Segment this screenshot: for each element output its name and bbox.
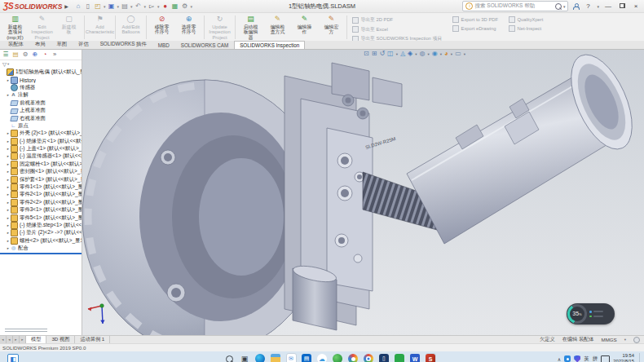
dropdown-caret-icon[interactable]: ▾ — [451, 52, 452, 56]
options-gear-icon[interactable]: ⚙ — [181, 2, 189, 11]
previous-view-icon[interactable]: ↺ — [379, 50, 385, 58]
browser-wheel-icon[interactable] — [348, 353, 359, 362]
filter-caret-icon[interactable]: ▾ — [7, 62, 9, 66]
command-tab[interactable]: SOLIDWORKS Inspection — [234, 41, 305, 49]
view-orientation-icon[interactable]: ◈ — [408, 50, 412, 58]
command-tab[interactable]: SOLIDWORKS CAM — [175, 41, 234, 49]
launch-template-editor-button[interactable]: ▤启动模板编辑器 — [237, 14, 264, 41]
hide-show-items-icon[interactable]: ◉ — [432, 50, 438, 58]
tree-item[interactable]: ▸零件5<1> (默认<<默认>_显示状态 — [0, 214, 82, 221]
help-search-box[interactable]: i 搜索 SOLIDWORKS 帮助 ▾ — [462, 1, 568, 11]
select-arrow-icon[interactable]: ▻ — [148, 2, 156, 11]
document-tab[interactable]: 3D 视图 — [46, 336, 75, 343]
tree-item[interactable]: ▸(-) 上盖<1> (默认<<默认>_显示 — [0, 145, 82, 152]
dropdown-caret-icon[interactable]: ▾ — [104, 4, 106, 9]
status-notification-icon[interactable] — [633, 337, 640, 343]
graphics-viewport[interactable]: SLD2W-R25M ⊡⊞↺◫▾◬◈▾◍▾◉▾◕▾▭▾ 35% — [82, 50, 644, 335]
dropdown-caret-icon[interactable]: ▾ — [415, 52, 417, 56]
doc-nav-first-icon[interactable]: ◂ — [0, 336, 7, 343]
new-document-icon[interactable]: ▯ — [84, 2, 92, 11]
tree-item[interactable]: ▸螺栓<2> (默认<<默认>_显示状态 — [0, 237, 82, 245]
performance-widget[interactable]: 35% — [567, 303, 615, 324]
doc-nav-last-icon[interactable]: ▸ — [20, 336, 26, 343]
dimxpertmanager-tab[interactable]: ⊕ — [31, 51, 39, 59]
dropdown-caret-icon[interactable]: ▾ — [191, 4, 193, 9]
tray-display-icon[interactable] — [601, 355, 610, 362]
panel-tabs-overflow[interactable]: » — [51, 51, 59, 59]
dropdown-caret-icon[interactable]: ▾ — [130, 4, 133, 9]
task-view-button[interactable]: ▣ — [240, 353, 250, 362]
tray-ime-indicator[interactable]: 拼 — [593, 355, 598, 362]
section-view-icon[interactable]: ◫ — [387, 50, 394, 58]
start-button[interactable] — [209, 353, 219, 362]
display-style-icon[interactable]: ◍ — [420, 50, 426, 58]
solidworks-taskbar-icon[interactable]: S — [426, 353, 436, 362]
search-caret-icon[interactable]: ▾ — [563, 4, 566, 9]
home-icon[interactable]: ⌂ — [74, 2, 82, 11]
print-icon[interactable]: ▤ — [121, 2, 129, 11]
word-icon[interactable]: W — [410, 353, 421, 362]
configurationmanager-tab[interactable]: ⚙ — [21, 51, 29, 59]
export-3d-pdf-button[interactable]: Export to 3D PDF — [452, 16, 498, 23]
dropdown-caret-icon[interactable]: ▾ — [117, 4, 119, 9]
export-excel-button[interactable]: 导出至 Excel — [352, 26, 442, 33]
panel-resize-grip[interactable] — [5, 329, 47, 333]
dropdown-caret-icon[interactable]: ▾ — [440, 52, 442, 56]
save-icon[interactable]: ▣ — [107, 2, 115, 11]
undo-icon[interactable]: ↶ — [135, 2, 143, 11]
qualityxpert-button[interactable]: QualityXpert — [509, 16, 543, 23]
doc-nav-prev-icon[interactable]: ◂ — [7, 336, 13, 343]
tree-item[interactable]: ▸保护套<1> (默认<<默认>_显示状 — [0, 175, 82, 183]
tree-item[interactable]: ▸(-) 温度传感器<1> (默认<<默认>_ — [0, 152, 82, 160]
displaymanager-tab[interactable]: ◔ — [41, 51, 49, 59]
add-characteristic-button[interactable]: ⚑AddCharacteristic — [86, 14, 113, 41]
command-tab[interactable]: 装配体 — [2, 39, 29, 49]
tree-filter-row[interactable]: ▽ ▾ — [0, 60, 82, 68]
filter-funnel-icon[interactable]: ▽ — [2, 61, 7, 68]
new-inspection-project-button[interactable]: ▥新建检查项目(imp;对) — [2, 14, 29, 41]
view-settings-icon[interactable]: ▭ — [455, 50, 461, 58]
phone-link-icon[interactable]: ▯ — [379, 353, 390, 362]
edit-inspection-project-button[interactable]: ✎EditInspectionProject — [29, 14, 55, 41]
propertymanager-tab[interactable]: ▤ — [11, 51, 20, 59]
command-tab[interactable]: MBD — [152, 41, 175, 49]
edge-icon[interactable] — [255, 353, 266, 362]
weather-cloud-icon[interactable]: ☁ — [317, 353, 328, 362]
tray-chat-icon[interactable] — [564, 355, 571, 362]
new-template-button[interactable]: ▢新建模板 — [55, 14, 82, 41]
login-person-icon[interactable] — [572, 3, 579, 10]
show-desktop-button[interactable] — [639, 353, 642, 362]
help-button[interactable]: ? — [583, 2, 593, 10]
pinned-app-icon[interactable]: ◧ — [7, 354, 19, 362]
edit-inspection-methods-button[interactable]: ✎编辑检查方式 — [264, 14, 291, 41]
dropdown-caret-icon[interactable]: ▾ — [464, 52, 465, 56]
annotation-view-icon[interactable]: ◬ — [400, 50, 405, 58]
remove-balloon-button[interactable]: ⊘移除零件序号 — [148, 14, 175, 41]
properties-table-icon[interactable]: ▦ — [171, 2, 179, 11]
dropdown-caret-icon[interactable]: ▾ — [144, 4, 147, 9]
open-icon[interactable]: ◰ — [94, 2, 102, 11]
units-caret-icon[interactable]: ▾ — [624, 338, 626, 342]
mail-icon[interactable]: ✉ — [286, 353, 297, 362]
close-button[interactable]: × — [631, 2, 641, 10]
green-square-app-icon[interactable] — [395, 353, 405, 362]
tree-item[interactable]: 上视基准面 — [0, 107, 82, 114]
tray-chevron-up-icon[interactable]: ∧ — [558, 356, 561, 362]
menu-expand-arrow[interactable]: ▶ — [64, 3, 68, 9]
file-explorer-icon[interactable] — [271, 353, 281, 362]
tree-item[interactable]: ▸(-) 绝缘垫片<1> (默认<<默认>_显 — [0, 138, 82, 145]
tree-item[interactable]: ▸(-) 垫片 (2)<2> ->? (默认<<默认> — [0, 229, 82, 236]
green-app-icon[interactable] — [333, 353, 343, 362]
zoom-area-icon[interactable]: ⊞ — [372, 50, 377, 58]
rebuild-traffic-light-icon[interactable]: ● — [161, 2, 170, 11]
export-2d-pdf-button[interactable]: 导出至 2D PDF — [352, 16, 442, 24]
tree-item[interactable]: 传感器 — [0, 84, 82, 91]
tree-item[interactable]: ▸零件3<1> (默认<<默认>_显示状 — [0, 206, 82, 214]
add-edit-balloons-button[interactable]: ◯Add/EditBalloons — [117, 14, 144, 41]
model-canvas[interactable]: SLD2W-R25M — [82, 50, 644, 335]
command-tab[interactable]: 布局 — [29, 39, 51, 49]
tray-language-indicator[interactable]: 英 — [584, 355, 589, 362]
tree-item[interactable]: 1型铝轴热电偶 (默认<默认_显示状态-1 — [0, 68, 82, 76]
dropdown-caret-icon[interactable]: ▾ — [157, 4, 160, 9]
export-edrawing-button[interactable]: Export eDrawing — [452, 25, 498, 32]
